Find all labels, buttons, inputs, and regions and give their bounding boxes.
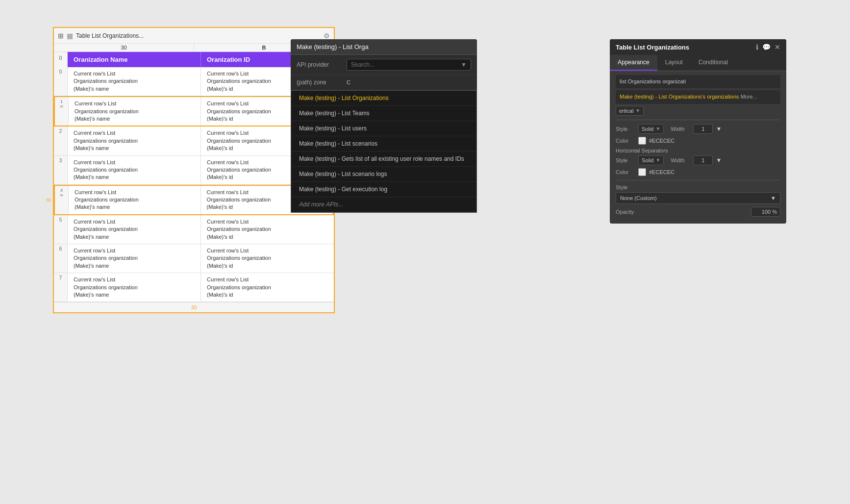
style-label: Style — [616, 126, 635, 132]
dropdown-item-add-more[interactable]: Add more APIs... — [291, 197, 476, 212]
row-num-7: 7 — [54, 273, 68, 302]
row-num-5: 5 — [54, 215, 68, 244]
h-color-value: #ECECEC — [649, 169, 675, 175]
table-cell: Current row's ListOrganizations organiza… — [201, 244, 334, 273]
table-cell: Current row's ListOrganizations organiza… — [68, 156, 201, 184]
table-row: 6 Current row's ListOrganizations organi… — [54, 244, 334, 273]
chevron-down-icon: ▼ — [716, 157, 722, 164]
search-input[interactable] — [351, 61, 458, 68]
style-section-title: Style — [616, 184, 780, 190]
right-panel: Table List Organizations ℹ 💬 ✕ Appearanc… — [610, 39, 786, 224]
footer-num: 30 — [191, 304, 197, 310]
link-suffix: More... — [741, 94, 757, 100]
style-full-value: None (Custom) — [620, 195, 657, 201]
border-color-row: Color #ECECEC — [616, 137, 780, 145]
h-color-swatch[interactable] — [638, 168, 646, 176]
chevron-down-icon: ▼ — [771, 195, 776, 201]
table-cell: Current row's ListOrganizations organiza… — [68, 126, 201, 155]
table-footer: 30 — [54, 302, 334, 312]
chevron-down-icon: ▼ — [716, 126, 722, 132]
settings-icon[interactable]: ⚙ — [324, 32, 330, 40]
table-icon: ▦ — [67, 32, 73, 40]
row-num-0: 0 — [54, 67, 68, 96]
dropdown-item-2[interactable]: Make (testing) - List users — [291, 121, 476, 136]
link-text[interactable]: Make (testing) - List Organizations's or… — [620, 94, 739, 100]
table-header-col1: Oranization Name — [68, 52, 201, 67]
h-width-input[interactable] — [693, 155, 713, 165]
h-color-label: Color — [616, 169, 635, 175]
col-resize-cell-1: 30 — [54, 44, 194, 51]
opacity-row: Opacity 100 % — [616, 207, 780, 217]
data-source-label: list Organizations organizati — [620, 78, 686, 84]
chevron-down-icon: ▼ — [655, 126, 660, 131]
width-input[interactable] — [693, 124, 713, 134]
dropdown-item-0[interactable]: Make (testing) - List Organizations — [291, 91, 476, 106]
api-provider-label: API provider — [297, 61, 341, 68]
comment-icon[interactable]: 💬 — [762, 43, 771, 51]
opacity-value: 100 % — [751, 207, 780, 217]
table-cell: Current row's ListOrganizations organiza… — [201, 215, 334, 244]
h-sep-style-row: Style Solid ▼ Width ▼ — [616, 155, 780, 165]
table-row: 5 Current row's ListOrganizations organi… — [54, 215, 334, 244]
border-style-row: Style Solid ▼ Width ▼ — [616, 124, 780, 134]
dropdown-item-6[interactable]: Make (testing) - Get execution log — [291, 182, 476, 197]
link-text-block: Make (testing) - List Organizations's or… — [616, 90, 780, 103]
row-num-3: 3 — [54, 156, 68, 184]
data-source-text: list Organizations organizati — [616, 75, 780, 88]
h-sep-color-row: Color #ECECEC — [616, 168, 780, 176]
make-panel-header: Make (testing) - List Orga — [291, 39, 477, 55]
direction-row: ertical ▼ — [616, 106, 780, 116]
row-num-6: 6 — [54, 244, 68, 273]
close-icon[interactable]: ✕ — [775, 43, 780, 51]
color-label: Color — [616, 138, 635, 144]
direction-value: ertical — [619, 108, 633, 114]
style-value: Solid — [642, 126, 653, 132]
chevron-down-icon: ▼ — [461, 61, 467, 68]
opacity-label: Opacity — [616, 209, 634, 215]
dropdown-item-3[interactable]: Make (testing) - List scenarios — [291, 136, 476, 151]
chevron-down-icon: ▼ — [635, 108, 640, 113]
h-separators-title: Horizontal Separators — [616, 148, 780, 153]
api-provider-row: API provider ▼ — [291, 55, 477, 75]
tab-layout[interactable]: Layout — [657, 55, 691, 71]
path-zone-value: C — [347, 79, 350, 85]
chevron-down-icon: ▼ — [655, 157, 660, 163]
right-panel-tabs: Appearance Layout Conditional — [610, 55, 786, 71]
h-style-value: Solid — [642, 157, 653, 163]
style-full-dropdown[interactable]: None (Custom) ▼ — [616, 192, 780, 204]
make-dropdown: Make (testing) - List Organizations Make… — [291, 90, 477, 213]
path-zone-row: (path) zone C — [291, 75, 477, 90]
right-panel-icons: ℹ 💬 ✕ — [756, 43, 780, 51]
h-style-select[interactable]: Solid ▼ — [638, 155, 664, 165]
dropdown-item-1[interactable]: Make (testing) - List Teams — [291, 106, 476, 121]
row-num-4: 4∞ — [55, 186, 69, 214]
tab-conditional[interactable]: Conditional — [691, 55, 736, 71]
style-select[interactable]: Solid ▼ — [638, 124, 664, 134]
h-width-label: Width — [671, 157, 690, 163]
right-panel-content: list Organizations organizati Make (test… — [610, 71, 786, 224]
table-cell: Current row's ListOrganizations organiza… — [201, 273, 334, 302]
dropdown-item-4[interactable]: Make (testing) - Gets list of all existi… — [291, 151, 476, 167]
table-cell: Current row's ListOrganizations organiza… — [69, 97, 201, 126]
make-panel: Make (testing) - List Orga API provider … — [291, 39, 477, 213]
search-box[interactable]: ▼ — [347, 59, 471, 71]
table-cell: Current row's ListOrganizations organiza… — [68, 244, 201, 273]
table-row: 7 Current row's ListOrganizations organi… — [54, 273, 334, 302]
table-cell: Current row's ListOrganizations organiza… — [68, 67, 201, 96]
grid-icon: ⊞ — [58, 32, 64, 40]
color-value: #ECECEC — [649, 138, 675, 144]
row-num-1: 1∞ — [55, 97, 69, 126]
info-icon[interactable]: ℹ — [756, 43, 758, 51]
table-cell: Current row's ListOrganizations organiza… — [69, 186, 201, 214]
tab-appearance[interactable]: Appearance — [610, 55, 657, 71]
direction-select[interactable]: ertical ▼ — [616, 106, 644, 116]
make-panel-title: Make (testing) - List Orga — [297, 43, 369, 50]
h-style-label: Style — [616, 157, 635, 163]
row-num-header: 0 — [54, 52, 68, 67]
dropdown-item-5[interactable]: Make (testing) - List scenario logs — [291, 167, 476, 182]
width-label: Width — [671, 126, 690, 132]
table-cell: Current row's ListOrganizations organiza… — [68, 215, 201, 244]
right-panel-header: Table List Organizations ℹ 💬 ✕ — [610, 39, 786, 55]
right-panel-title: Table List Organizations — [616, 44, 689, 51]
color-swatch[interactable] — [638, 137, 646, 145]
